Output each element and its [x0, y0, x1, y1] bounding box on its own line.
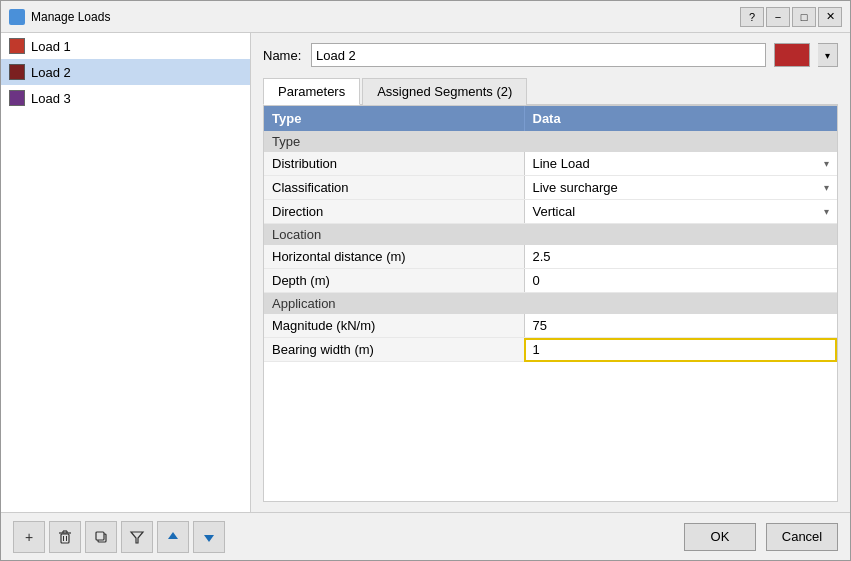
param-value[interactable]: 75 [524, 314, 837, 338]
table-row: Distribution Line Load ▾ [264, 152, 837, 176]
classification-value: Live surcharge [533, 180, 618, 195]
name-row: Name: ▾ [263, 43, 838, 67]
dialog-title: Manage Loads [31, 10, 734, 24]
right-panel: Name: ▾ Parameters Assigned Segments (2)… [251, 33, 850, 512]
bottom-toolbar: + [1, 512, 850, 560]
params-table: Type Data Type Distribution [264, 106, 837, 362]
svg-marker-9 [131, 532, 143, 543]
window-controls: ? − □ ✕ [740, 7, 842, 27]
depth-value: 0 [533, 273, 540, 288]
svg-rect-8 [96, 532, 104, 540]
dialog-icon [9, 9, 25, 25]
minimize-button[interactable]: − [766, 7, 790, 27]
name-label: Name: [263, 48, 303, 63]
direction-value: Vertical [533, 204, 576, 219]
load-color-swatch [9, 90, 25, 106]
param-value-active[interactable]: 1 [524, 338, 837, 362]
dropdown-arrow-icon: ▾ [824, 182, 829, 193]
param-label: Bearing width (m) [264, 338, 524, 362]
load-item-label: Load 2 [31, 65, 71, 80]
table-row: Horizontal distance (m) 2.5 [264, 245, 837, 269]
add-button[interactable]: + [13, 521, 45, 553]
param-label: Depth (m) [264, 269, 524, 293]
name-input[interactable] [311, 43, 766, 67]
svg-marker-11 [204, 535, 214, 542]
color-dropdown-button[interactable]: ▾ [818, 43, 838, 67]
magnitude-value: 75 [533, 318, 547, 333]
move-up-button[interactable] [157, 521, 189, 553]
dialog-content: Load 1 Load 2 Load 3 Name: [1, 33, 850, 512]
table-row: Bearing width (m) 1 [264, 338, 837, 362]
maximize-button[interactable]: □ [792, 7, 816, 27]
load-list-panel: Load 1 Load 2 Load 3 [1, 33, 251, 512]
load-item-label: Load 1 [31, 39, 71, 54]
list-item[interactable]: Load 2 [1, 59, 250, 85]
list-item[interactable]: Load 1 [1, 33, 250, 59]
load-color-swatch [9, 64, 25, 80]
help-button[interactable]: ? [740, 7, 764, 27]
copy-button[interactable] [85, 521, 117, 553]
param-value[interactable]: 2.5 [524, 245, 837, 269]
delete-button[interactable] [49, 521, 81, 553]
horizontal-distance-value: 2.5 [533, 249, 551, 264]
dropdown-arrow-icon: ▾ [824, 158, 829, 169]
table-row: Depth (m) 0 [264, 269, 837, 293]
filter-button[interactable] [121, 521, 153, 553]
load-list: Load 1 Load 2 Load 3 [1, 33, 250, 512]
param-label: Direction [264, 200, 524, 224]
param-label: Magnitude (kN/m) [264, 314, 524, 338]
distribution-value: Line Load [533, 156, 590, 171]
table-row: Classification Live surcharge ▾ [264, 176, 837, 200]
load-color-swatch [9, 38, 25, 54]
param-label: Distribution [264, 152, 524, 176]
param-value[interactable]: Line Load ▾ [524, 152, 837, 176]
title-bar: Manage Loads ? − □ ✕ [1, 1, 850, 33]
table-row: Magnitude (kN/m) 75 [264, 314, 837, 338]
table-row: Direction Vertical ▾ [264, 200, 837, 224]
col-header-data: Data [524, 106, 837, 131]
section-location: Location [264, 224, 837, 246]
param-label: Classification [264, 176, 524, 200]
section-application: Application [264, 293, 837, 315]
params-table-container: Type Data Type Distribution [263, 105, 838, 502]
bearing-width-value: 1 [533, 342, 540, 357]
param-value[interactable]: Vertical ▾ [524, 200, 837, 224]
param-value[interactable]: 0 [524, 269, 837, 293]
section-type: Type [264, 131, 837, 152]
tab-bar: Parameters Assigned Segments (2) [263, 77, 838, 105]
tab-assigned-segments[interactable]: Assigned Segments (2) [362, 78, 527, 105]
param-label: Horizontal distance (m) [264, 245, 524, 269]
load-item-label: Load 3 [31, 91, 71, 106]
tab-parameters[interactable]: Parameters [263, 78, 360, 105]
svg-rect-0 [61, 534, 69, 543]
svg-marker-10 [168, 532, 178, 539]
col-header-type: Type [264, 106, 524, 131]
list-item[interactable]: Load 3 [1, 85, 250, 111]
dropdown-arrow-icon: ▾ [824, 206, 829, 217]
cancel-button[interactable]: Cancel [766, 523, 838, 551]
close-button[interactable]: ✕ [818, 7, 842, 27]
param-value[interactable]: Live surcharge ▾ [524, 176, 837, 200]
manage-loads-dialog: Manage Loads ? − □ ✕ Load 1 Load 2 [0, 0, 851, 561]
move-down-button[interactable] [193, 521, 225, 553]
ok-button[interactable]: OK [684, 523, 756, 551]
color-picker-button[interactable] [774, 43, 810, 67]
